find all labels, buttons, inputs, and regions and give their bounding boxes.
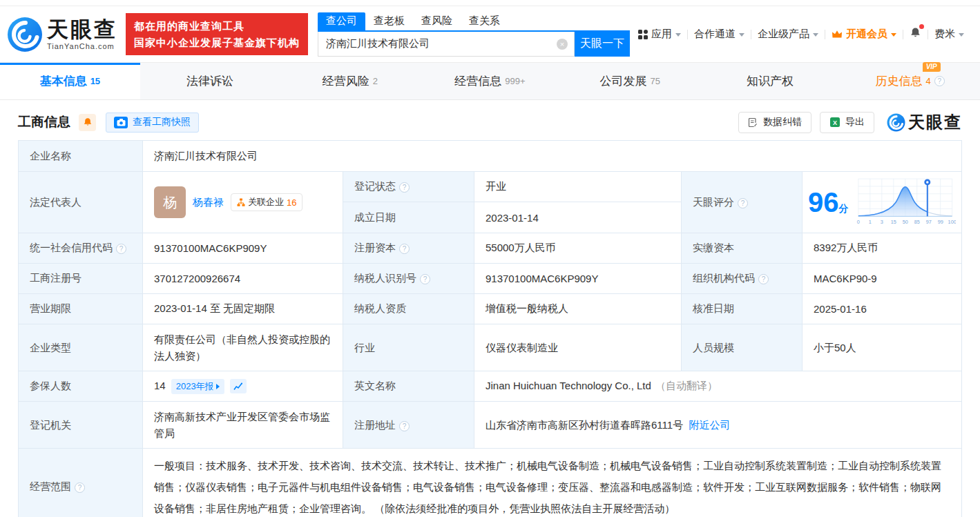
snapshot-button[interactable]: 查看工商快照	[106, 113, 199, 133]
table-row: 法定代表人 杨 杨春禄 关联企业 16 登记状态? 开业 天眼评分?	[19, 172, 962, 202]
subscribe-bell-icon[interactable]	[79, 114, 96, 131]
field-label: 成立日期	[343, 202, 474, 233]
auto-translate-note: （自动翻译）	[655, 380, 718, 391]
search-input[interactable]	[318, 32, 575, 57]
staff-size-value: 小于50人	[803, 324, 962, 371]
notification-dot	[919, 24, 924, 29]
field-label: 人员规模	[682, 324, 803, 371]
industry-value: 仪器仪表制造业	[474, 324, 682, 371]
table-row: 统一社会信用代码? 91370100MAC6KP909Y 注册资本? 55000…	[19, 233, 962, 264]
svg-text:100: 100	[948, 219, 956, 225]
edit-doc-icon	[748, 117, 758, 128]
tab-legal-proceedings[interactable]: 法律诉讼	[140, 63, 280, 99]
search-tab-boss[interactable]: 查老板	[365, 12, 413, 30]
tab-business-info[interactable]: 经营信息999+	[420, 63, 560, 99]
tab-count: 2	[373, 76, 378, 86]
field-label: 工商注册号	[19, 264, 143, 294]
search-tab-risk[interactable]: 查风险	[413, 12, 461, 30]
help-icon[interactable]: ?	[420, 274, 430, 284]
help-icon[interactable]: ?	[399, 182, 410, 193]
clear-icon[interactable]: ×	[557, 39, 568, 50]
help-icon[interactable]: ?	[75, 482, 85, 493]
tab-basic-info[interactable]: 基本信息15	[0, 63, 140, 99]
taxpayer-id-value: 91370100MAC6KP909Y	[474, 264, 682, 294]
slogan-line-1: 都在用的商业查询工具	[134, 18, 300, 34]
slogan-banner: 都在用的商业查询工具 国家中小企业发展子基金旗下机构	[126, 13, 308, 55]
svg-text:97: 97	[925, 219, 931, 225]
field-label: 统一社会信用代码?	[19, 233, 143, 264]
org-code-value: MAC6KP90-9	[803, 264, 962, 294]
tab-history-info[interactable]: VIP 历史信息 4 ?	[840, 63, 980, 99]
field-label: 经营范围?	[19, 449, 143, 517]
help-icon[interactable]: ?	[934, 76, 945, 86]
top-divider	[0, 0, 980, 6]
table-row: 企业类型 有限责任公司（非自然人投资或控股的法人独资） 行业 仪器仪表制造业 人…	[19, 324, 962, 371]
username: 费米	[934, 28, 955, 41]
business-term-value: 2023-01-14 至 无固定期限	[143, 294, 343, 324]
tab-intellectual-property[interactable]: 知识产权	[700, 63, 840, 99]
tianyancha-logo[interactable]: 天眼查 TianYanCha.com	[7, 17, 117, 52]
score-axis-ticks: 0 1 3 15 50 85 97 99 100	[856, 219, 956, 225]
search-button[interactable]: 天眼一下	[575, 32, 630, 57]
help-icon[interactable]: ?	[758, 274, 769, 284]
help-icon[interactable]: ?	[399, 421, 410, 431]
table-row: 营业期限 2023-01-14 至 无固定期限 纳税人资质 增值税一般纳税人 核…	[19, 294, 962, 324]
section-title: 工商信息	[18, 113, 70, 131]
field-label: 登记机关	[19, 402, 143, 449]
nav-partners[interactable]: 合作通道	[688, 28, 751, 41]
nav-enterprise[interactable]: 企业级产品	[751, 28, 825, 41]
help-icon[interactable]: ?	[399, 244, 410, 254]
business-info-header: 工商信息 查看工商快照 数据纠错	[0, 100, 980, 140]
annual-report-badge[interactable]: 2023年报	[171, 379, 224, 394]
org-chart-icon	[237, 198, 245, 206]
help-icon[interactable]: ?	[738, 198, 748, 208]
field-label: 注册资本?	[343, 233, 474, 264]
data-correction-button[interactable]: 数据纠错	[738, 112, 811, 133]
grid-icon	[638, 30, 648, 39]
legal-rep-link[interactable]: 杨春禄	[193, 196, 224, 209]
chevron-down-icon	[891, 33, 896, 37]
table-row: 企业名称 济南汇川技术有限公司	[19, 141, 962, 172]
field-label: 纳税人资质	[343, 294, 474, 324]
establish-date-value: 2023-01-14	[474, 202, 682, 233]
field-label: 行业	[343, 324, 474, 371]
field-label: 英文名称	[343, 371, 474, 402]
field-label: 注册地址?	[343, 402, 474, 449]
top-navigation: 应用 合作通道 企业级产品 开通会员 费米	[632, 27, 970, 41]
company-page-tabs: 基本信息15 法律诉讼 经营风险2 经营信息999+ 公司发展75 知识产权 V…	[0, 62, 980, 100]
reg-status-value: 开业	[474, 172, 682, 202]
svg-text:0: 0	[856, 219, 859, 225]
nav-user[interactable]: 费米	[928, 28, 970, 41]
search-tab-company[interactable]: 查公司	[318, 12, 365, 30]
export-button[interactable]: X 导出	[820, 112, 874, 133]
trend-chart-icon[interactable]	[230, 379, 247, 393]
company-type-value: 有限责任公司（非自然人投资或控股的法人独资）	[143, 324, 343, 371]
search-tab-relation[interactable]: 查关系	[461, 12, 508, 30]
nav-apps[interactable]: 应用	[632, 28, 687, 41]
related-companies-badge[interactable]: 关联企业 16	[231, 193, 302, 211]
logo-swirl-icon	[7, 17, 43, 52]
tab-count: 75	[651, 76, 660, 86]
table-row: 经营范围? 一般项目：技术服务、技术开发、技术咨询、技术交流、技术转让、技术推广…	[19, 449, 962, 517]
tab-business-risk[interactable]: 经营风险2	[280, 63, 420, 99]
business-scope-value: 一般项目：技术服务、技术开发、技术咨询、技术交流、技术转让、技术推广；机械电气设…	[143, 449, 962, 517]
business-info-table: 企业名称 济南汇川技术有限公司 法定代表人 杨 杨春禄 关联企业 16	[18, 140, 962, 517]
arrow-right-icon	[216, 384, 220, 389]
field-label: 企业名称	[19, 141, 143, 172]
field-label: 实缴资本	[682, 233, 803, 264]
table-row: 参保人数 142023年报 英文名称 Jinan Huichuan Techno…	[19, 371, 962, 402]
nav-vip[interactable]: 开通会员	[825, 28, 903, 41]
avatar[interactable]: 杨	[154, 186, 186, 218]
field-label: 参保人数	[19, 371, 143, 402]
svg-text:50: 50	[902, 219, 907, 225]
reg-address-cell: 山东省济南市高新区孙村街道春晖路6111号 附近公司	[474, 402, 962, 449]
notification-bell-icon[interactable]	[903, 27, 928, 41]
svg-text:85: 85	[914, 219, 919, 225]
nearby-companies-link[interactable]: 附近公司	[689, 419, 731, 431]
slogan-line-2: 国家中小企业发展子基金旗下机构	[134, 35, 300, 50]
score-distribution-chart: 0 1 3 15 50 85 97 99 100	[856, 176, 957, 228]
help-icon[interactable]: ?	[116, 244, 126, 254]
tab-company-development[interactable]: 公司发展75	[560, 63, 700, 99]
svg-text:X: X	[833, 119, 837, 126]
field-label: 纳税人识别号?	[343, 264, 474, 294]
